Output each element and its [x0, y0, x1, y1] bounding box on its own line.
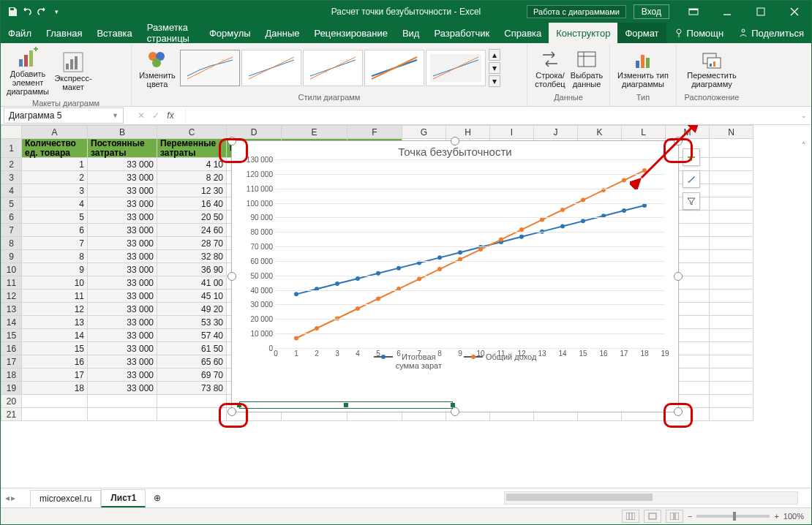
cell[interactable]: 20 50 [157, 211, 227, 224]
tab-insert[interactable]: Вставка [89, 23, 139, 43]
row-header[interactable]: 10 [1, 263, 22, 276]
sheet-nav-next-icon[interactable]: ▸ [11, 493, 15, 503]
row-header[interactable]: 21 [1, 408, 22, 421]
sheet-tab-2[interactable]: Лист1 [101, 489, 146, 507]
expand-formula-bar-icon[interactable]: ⌄ [797, 112, 811, 119]
chart-handle[interactable] [674, 407, 683, 416]
chart-handle[interactable] [451, 137, 459, 146]
cell[interactable]: 2 [22, 171, 88, 184]
switch-row-column-button[interactable]: Строка/ столбец [533, 48, 567, 88]
sheet-nav-prev-icon[interactable]: ◂ [5, 493, 10, 503]
cell[interactable]: 33 000 [88, 303, 157, 316]
tab-chart-format[interactable]: Формат [617, 23, 666, 43]
tab-developer[interactable]: Разработчик [426, 23, 497, 43]
cell[interactable] [710, 408, 753, 421]
chart-style-2[interactable] [241, 50, 301, 86]
cell[interactable] [710, 382, 753, 395]
column-header[interactable]: M [666, 126, 710, 139]
cell[interactable]: 9 [22, 263, 88, 276]
qat-dropdown-icon[interactable]: ▾ [50, 6, 62, 18]
cell[interactable] [157, 408, 227, 421]
cell[interactable]: 16 [22, 355, 88, 369]
cell[interactable]: 33 000 [88, 382, 157, 395]
redo-icon[interactable] [36, 6, 48, 18]
row-header[interactable]: 6 [1, 211, 22, 224]
maximize-icon[interactable] [744, 1, 778, 23]
column-header[interactable]: J [534, 126, 578, 139]
save-icon[interactable] [7, 6, 18, 18]
embedded-chart[interactable]: Точка безубыточности 010 00020 00030 000… [231, 140, 679, 412]
cell[interactable] [710, 250, 753, 263]
cell[interactable]: 8 [22, 250, 88, 263]
row-header[interactable]: 4 [1, 184, 22, 197]
select-data-button[interactable]: Выбрать данные [570, 48, 604, 88]
row-header[interactable]: 3 [1, 171, 22, 184]
share-button[interactable]: Поделиться [731, 23, 811, 43]
cell[interactable] [710, 211, 753, 224]
cell[interactable]: 8 20 [157, 171, 227, 184]
chart-style-gallery[interactable] [180, 50, 486, 86]
cell[interactable]: 12 30 [157, 184, 227, 197]
cell[interactable] [710, 197, 753, 211]
cell[interactable]: 6 [22, 224, 88, 237]
minimize-icon[interactable] [710, 1, 744, 23]
column-header[interactable]: N [710, 126, 753, 139]
chart-style-3[interactable] [303, 50, 363, 86]
header-cell[interactable]: Переменныезатраты [157, 139, 227, 158]
cell[interactable]: 53 30 [157, 316, 227, 329]
cell[interactable]: 14 [22, 329, 88, 342]
cell[interactable] [710, 355, 753, 369]
cell[interactable]: 17 [22, 369, 88, 382]
tab-home[interactable]: Главная [39, 23, 89, 43]
undo-icon[interactable] [21, 6, 33, 18]
cell[interactable]: 4 10 [157, 158, 227, 171]
tab-review[interactable]: Рецензирование [307, 23, 395, 43]
cell[interactable] [88, 395, 157, 408]
cell[interactable]: 32 80 [157, 250, 227, 263]
cell[interactable]: 69 70 [157, 369, 227, 382]
normal-view-icon[interactable] [622, 510, 639, 523]
row-header[interactable]: 1 [1, 139, 22, 158]
chart-plot-area[interactable]: 010 00020 00030 00040 00050 00060 00070 … [276, 159, 665, 348]
cell[interactable]: 36 90 [157, 263, 227, 276]
cell[interactable]: 28 70 [157, 237, 227, 250]
chart-style-1[interactable] [180, 50, 240, 86]
close-icon[interactable] [778, 1, 811, 23]
change-chart-type-button[interactable]: Изменить тип диаграммы [616, 48, 670, 88]
cell[interactable] [710, 395, 753, 408]
cell[interactable]: 49 20 [157, 303, 227, 316]
row-header[interactable]: 18 [1, 369, 22, 382]
column-header[interactable]: A [22, 126, 88, 139]
quick-layout-button[interactable]: Экспресс- макет [52, 50, 94, 91]
row-header[interactable]: 19 [1, 382, 22, 395]
cell[interactable]: 33 000 [88, 329, 157, 342]
add-chart-element-button[interactable]: Добавить элемент диаграммы [7, 46, 49, 96]
cell[interactable]: 33 000 [88, 197, 157, 211]
move-chart-button[interactable]: Переместить диаграмму [683, 48, 741, 88]
chart-handle[interactable] [228, 272, 236, 281]
gallery-more-icon[interactable]: ▾ [489, 75, 500, 87]
zoom-in-icon[interactable]: + [774, 512, 778, 521]
formula-input[interactable] [185, 108, 797, 123]
row-header[interactable]: 8 [1, 237, 22, 250]
cell[interactable] [710, 276, 753, 290]
row-header[interactable]: 12 [1, 290, 22, 303]
tab-formulas[interactable]: Формулы [202, 23, 258, 43]
tab-file[interactable]: Файл [1, 23, 39, 43]
cell[interactable] [710, 303, 753, 316]
tell-me-button[interactable]: Помощн [666, 23, 732, 43]
column-header[interactable]: G [402, 126, 446, 139]
cell[interactable]: 33 000 [88, 355, 157, 369]
cell[interactable] [22, 408, 88, 421]
cell[interactable]: 3 [22, 184, 88, 197]
cell[interactable] [710, 342, 753, 355]
cell[interactable]: 41 00 [157, 276, 227, 290]
row-header[interactable]: 15 [1, 329, 22, 342]
cell[interactable]: 73 80 [157, 382, 227, 395]
tab-chart-design[interactable]: Конструктор [549, 23, 617, 43]
cell[interactable]: 4 [22, 197, 88, 211]
chart-style-4[interactable] [364, 50, 424, 86]
column-header[interactable]: K [578, 126, 622, 139]
inner-selection[interactable] [239, 401, 453, 409]
cell[interactable] [157, 395, 227, 408]
